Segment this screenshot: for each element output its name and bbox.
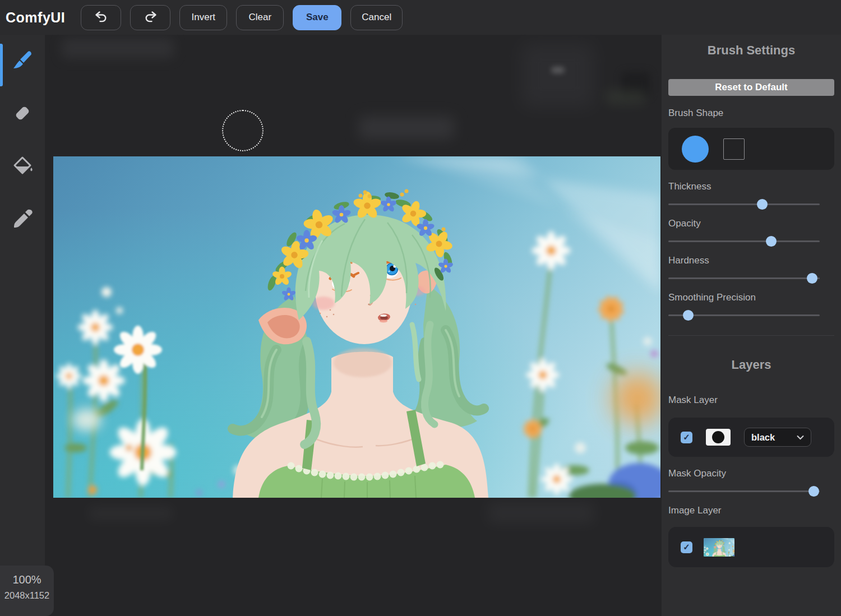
eyedropper-icon xyxy=(11,207,34,232)
image-layer-row: ✓ xyxy=(668,527,834,567)
chevron-down-icon xyxy=(797,432,804,442)
reset-to-default-button[interactable]: Reset to Default xyxy=(668,79,834,96)
mask-layer-label: Mask Layer xyxy=(668,394,834,406)
active-tool-indicator xyxy=(0,44,3,86)
zoom-level: 100% xyxy=(0,572,54,587)
image-layer-thumbnail xyxy=(704,538,734,557)
tool-sidebar xyxy=(0,35,45,616)
smoothing-precision-label: Smoothing Precision xyxy=(668,291,834,304)
blurred-backdrop-node xyxy=(521,43,594,108)
undo-button[interactable] xyxy=(81,5,121,30)
mask-preview-icon xyxy=(706,429,731,446)
brush-shape-picker xyxy=(668,128,834,170)
blurred-backdrop-node xyxy=(359,117,454,139)
thickness-slider[interactable] xyxy=(668,198,820,210)
brush-settings-title: Brush Settings xyxy=(668,43,834,58)
clear-button[interactable]: Clear xyxy=(236,5,284,30)
canvas-image[interactable] xyxy=(53,156,660,498)
image-layer-visibility-checkbox[interactable]: ✓ xyxy=(681,541,692,553)
redo-arrow-icon xyxy=(143,8,158,26)
panel-divider xyxy=(668,335,834,336)
image-layer-label: Image Layer xyxy=(668,504,834,517)
mask-opacity-label: Mask Opacity xyxy=(668,467,834,480)
redo-button[interactable] xyxy=(130,5,170,30)
eraser-tool-button[interactable] xyxy=(11,102,34,126)
brush-shape-square-option[interactable] xyxy=(723,138,745,160)
zoom-indicator: 100% 2048x1152 xyxy=(0,566,54,616)
cancel-button[interactable]: Cancel xyxy=(350,5,403,30)
slider-track xyxy=(668,203,820,205)
brush-shape-circle-option[interactable] xyxy=(682,136,709,163)
blurred-backdrop-node xyxy=(551,67,565,73)
mask-preview-dot xyxy=(712,431,724,443)
settings-panel: Brush Settings Reset to Default Brush Sh… xyxy=(662,35,841,616)
blurred-backdrop-node xyxy=(89,507,173,520)
checkmark-icon: ✓ xyxy=(683,432,690,442)
mask-layer-visibility-checkbox[interactable]: ✓ xyxy=(681,432,692,443)
mask-opacity-slider[interactable] xyxy=(668,485,820,497)
eyedropper-tool-button[interactable] xyxy=(11,208,34,231)
invert-button[interactable]: Invert xyxy=(179,5,227,30)
slider-thumb[interactable] xyxy=(757,199,768,210)
save-button[interactable]: Save xyxy=(293,5,341,30)
mask-layer-row: ✓ black xyxy=(668,418,834,457)
slider-thumb[interactable] xyxy=(683,310,694,321)
slider-track xyxy=(668,490,820,492)
brush-cursor xyxy=(222,110,264,151)
checkmark-icon: ✓ xyxy=(683,542,690,552)
opacity-slider[interactable] xyxy=(668,235,820,247)
blurred-backdrop-node xyxy=(488,502,594,524)
app-title: ComfyUI xyxy=(6,10,65,26)
fill-bucket-icon xyxy=(11,154,34,179)
slider-thumb[interactable] xyxy=(766,236,777,247)
smoothing-precision-slider[interactable] xyxy=(668,309,820,321)
mask-color-dropdown[interactable]: black xyxy=(744,428,811,447)
eraser-icon xyxy=(11,101,34,126)
top-toolbar: ComfyUI Invert Clear Save Cancel xyxy=(0,0,841,35)
fill-tool-button[interactable] xyxy=(11,155,34,178)
brush-shape-label: Brush Shape xyxy=(668,107,834,119)
brush-icon xyxy=(11,48,34,73)
brush-tool-button[interactable] xyxy=(11,49,34,72)
layers-title: Layers xyxy=(668,357,834,373)
slider-thumb[interactable] xyxy=(808,486,819,497)
opacity-label: Opacity xyxy=(668,217,834,230)
mask-color-value: black xyxy=(751,432,775,443)
mask-editor-canvas[interactable] xyxy=(45,35,662,616)
thickness-label: Thickness xyxy=(668,180,834,193)
blurred-backdrop-node xyxy=(606,90,646,104)
hardness-label: Hardness xyxy=(668,254,834,267)
slider-track xyxy=(668,277,820,279)
hardness-slider[interactable] xyxy=(668,272,820,284)
undo-arrow-icon xyxy=(94,8,109,26)
slider-track xyxy=(668,240,820,242)
image-resolution: 2048x1152 xyxy=(0,587,54,604)
slider-thumb[interactable] xyxy=(807,273,817,284)
blurred-backdrop-node xyxy=(62,38,174,58)
